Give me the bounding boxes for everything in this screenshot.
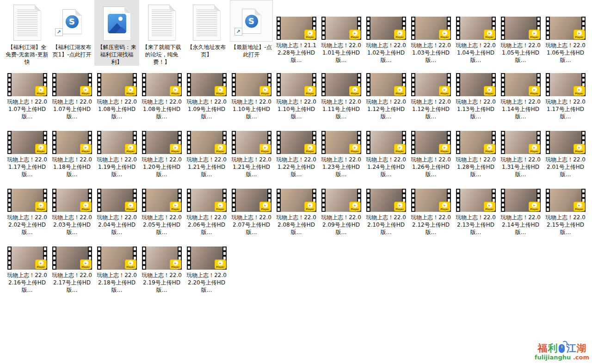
video-file-item[interactable]: Player 玩物上志！22.01.07号上传HD版… xyxy=(49,73,94,120)
play-icon xyxy=(128,260,133,265)
video-file-item[interactable]: Player 玩物上志！22.02.17号上传HD版… xyxy=(49,247,94,294)
player-badge: Player xyxy=(170,202,181,211)
player-badge: Player xyxy=(439,144,450,154)
video-file-item[interactable]: Player 玩物上志！22.02.14号上传HD版… xyxy=(498,189,543,236)
file-label: 【福利江湖】全免费-无套路-更新快 xyxy=(6,43,49,66)
player-badge-label: Player xyxy=(216,266,224,268)
video-file-item[interactable]: Player 玩物上志！22.02.07号上传HD版… xyxy=(229,189,274,236)
video-file-item[interactable]: Player 玩物上志！22.01.26号上传HD版… xyxy=(408,131,453,178)
video-file-item[interactable]: Player 玩物上志！22.01.24号上传HD版… xyxy=(364,131,408,178)
video-file-item[interactable]: Player 玩物上志！22.01.21号上传HD版… xyxy=(229,131,274,178)
filmstrip-left xyxy=(142,189,146,212)
filmstrip-left xyxy=(97,189,101,212)
video-file-label: 玩物上志！22.01.24号上传HD版… xyxy=(364,156,408,178)
player-badge: Player xyxy=(529,86,540,96)
player-badge: Player xyxy=(484,30,495,39)
play-icon xyxy=(532,87,537,92)
player-badge-label: Player xyxy=(306,93,314,95)
file-item[interactable]: 【解压密码：来福利江湖找福利】 xyxy=(94,0,139,66)
video-file-item[interactable]: Player 玩物上志！22.02.12号上传HD版… xyxy=(408,189,453,236)
video-file-label: 玩物上志！22.01.18号上传HD版… xyxy=(50,156,94,178)
video-file-item[interactable]: Player 玩物上志！22.01.17号上传HD版… xyxy=(543,73,588,120)
video-file-item[interactable]: Player 玩物上志！22.01.09号上传HD版… xyxy=(184,73,229,120)
video-file-item[interactable]: Player 玩物上志！22.02.05号上传HD版… xyxy=(139,189,184,236)
browser-logo-icon: S xyxy=(66,15,79,28)
video-file-item[interactable]: Player 玩物上志！22.01.08号上传HD版… xyxy=(139,73,184,120)
video-file-item[interactable]: Player 玩物上志！22.01.06号上传HD版… xyxy=(543,0,588,64)
video-file-item[interactable]: Player 玩物上志！22.02.06号上传HD版… xyxy=(184,189,229,236)
video-file-item[interactable]: Player 玩物上志！22.02.03号上传HD版… xyxy=(49,189,94,236)
player-badge: Player xyxy=(484,202,495,211)
video-file-item[interactable]: Player 玩物上志！22.01.31号上传HD版… xyxy=(498,131,543,178)
video-file-item[interactable]: Player 玩物上志！22.01.01号上传HD版… xyxy=(319,0,364,64)
video-file-item[interactable]: Player 玩物上志！22.01.05号上传HD版… xyxy=(498,0,543,64)
video-file-item[interactable]: Player 玩物上志！22.02.13号上传HD版… xyxy=(453,189,498,236)
filmstrip-left xyxy=(232,189,236,212)
video-file-label: 玩物上志！22.02.20号上传HD版… xyxy=(185,271,228,294)
video-file-item[interactable]: Player 玩物上志！22.01.10号上传HD版… xyxy=(229,73,274,120)
video-thumbnail: Player xyxy=(142,131,182,154)
player-badge-label: Player xyxy=(395,208,404,210)
video-file-item[interactable]: Player 玩物上志！22.02.04号上传HD版… xyxy=(94,189,139,236)
video-file-item[interactable]: Player 玩物上志！22.01.17号上传HD版… xyxy=(5,131,49,178)
player-badge-label: Player xyxy=(485,150,493,153)
video-file-item[interactable]: Player 玩物上志！22.01.28号上传HD版… xyxy=(453,131,498,178)
video-file-item[interactable]: Player 玩物上志！22.01.12号上传HD版… xyxy=(408,73,453,120)
video-file-item[interactable]: Player 玩物上志！22.01.18号上传HD版… xyxy=(49,131,94,178)
file-item[interactable]: 【永久地址发布页】 xyxy=(184,0,229,58)
video-file-item[interactable]: Player 玩物上志！22.01.14号上传HD版… xyxy=(498,73,543,120)
video-file-item[interactable]: Player 玩物上志！22.01.10号上传HD版… xyxy=(274,73,319,120)
video-file-item[interactable]: Player 玩物上志！22.01.22号上传HD版… xyxy=(274,131,319,178)
video-thumbnail: Player xyxy=(142,247,182,270)
player-badge-label: Player xyxy=(81,208,90,210)
video-file-item[interactable]: Player 玩物上志！22.01.13号上传HD版… xyxy=(453,73,498,120)
video-file-item[interactable]: Player 玩物上志！22.01.12号上传HD版… xyxy=(364,73,408,120)
video-file-item[interactable]: Player 玩物上志！22.02.01号上传HD版… xyxy=(543,131,588,178)
video-file-item[interactable]: Player 玩物上志！22.01.19号上传HD版… xyxy=(94,131,139,178)
play-icon xyxy=(397,203,402,208)
video-file-item[interactable]: Player 玩物上志！22.02.10号上传HD版… xyxy=(364,189,408,236)
file-item[interactable]: S ↗ 【福利江湖发布页1】-点此打开 xyxy=(49,0,94,58)
player-badge-label: Player xyxy=(171,208,179,210)
video-file-item[interactable]: Player 玩物上志！22.02.19号上传HD版… xyxy=(139,247,184,294)
video-file-item[interactable]: Player 玩物上志！22.01.11号上传HD版… xyxy=(319,73,364,120)
video-file-label: 玩物上志！22.02.07号上传HD版… xyxy=(230,214,273,236)
video-file-label: 玩物上志！22.01.21号上传HD版… xyxy=(185,156,228,178)
filmstrip-left xyxy=(456,17,460,40)
video-file-label: 玩物上志！22.02.17号上传HD版… xyxy=(50,271,94,294)
video-thumbnail: Player xyxy=(277,17,316,40)
video-file-label: 玩物上志！22.01.19号上传HD版… xyxy=(95,156,139,178)
video-file-item[interactable]: Player 玩物上志！21.12.28号上传HD版… xyxy=(274,0,319,64)
video-thumbnail: Player xyxy=(321,131,361,154)
video-file-label: 玩物上志！22.01.13号上传HD版… xyxy=(454,98,498,120)
file-item[interactable]: 【来了就能下载的论坛，纯免费！】 xyxy=(139,0,184,66)
filmstrip-left xyxy=(456,73,460,96)
play-icon xyxy=(577,203,582,208)
file-item[interactable]: 【福利江湖】全免费-无套路-更新快 xyxy=(5,0,49,66)
video-file-item[interactable]: Player 玩物上志！22.02.02号上传HD版… xyxy=(5,189,49,236)
video-file-item[interactable]: Player 玩物上志！22.01.23号上传HD版… xyxy=(319,131,364,178)
player-badge: Player xyxy=(484,86,495,96)
video-thumbnail: Player xyxy=(411,189,451,212)
video-file-item[interactable]: Player 玩物上志！22.02.16号上传HD版… xyxy=(5,247,49,294)
video-thumbnail: Player xyxy=(97,189,137,212)
video-file-item[interactable]: Player 玩物上志！22.01.20号上传HD版… xyxy=(139,131,184,178)
play-icon xyxy=(308,31,313,36)
video-thumbnail: Player xyxy=(232,73,271,96)
player-badge-label: Player xyxy=(351,93,359,95)
video-file-item[interactable]: Player 玩物上志！22.01.03号上传HD版… xyxy=(408,0,453,64)
player-badge-label: Player xyxy=(575,150,583,153)
video-file-item[interactable]: Player 玩物上志！22.01.04号上传HD版… xyxy=(453,0,498,64)
video-file-item[interactable]: Player 玩物上志！22.02.18号上传HD版… xyxy=(94,247,139,294)
video-file-item[interactable]: Player 玩物上志！22.01.02号上传HD版… xyxy=(364,0,408,64)
video-file-item[interactable]: Player 玩物上志！22.01.08号上传HD版… xyxy=(94,73,139,120)
file-item[interactable]: S ↗ 【最新地址】-点此打开 xyxy=(229,0,274,58)
video-file-item[interactable]: Player 玩物上志！22.02.08号上传HD版… xyxy=(274,189,319,236)
file-icon-area: S ↗ xyxy=(50,0,93,42)
video-file-item[interactable]: Player 玩物上志！22.01.21号上传HD版… xyxy=(184,131,229,178)
video-file-item[interactable]: Player 玩物上志！22.02.09号上传HD版… xyxy=(319,189,364,236)
video-thumbnail: Player xyxy=(97,247,137,270)
video-file-item[interactable]: Player 玩物上志！22.02.20号上传HD版… xyxy=(184,247,229,294)
video-file-item[interactable]: Player 玩物上志！22.01.07号上传HD版… xyxy=(5,73,49,120)
video-file-item[interactable]: Player 玩物上志！22.02.15号上传HD版… xyxy=(543,189,588,236)
